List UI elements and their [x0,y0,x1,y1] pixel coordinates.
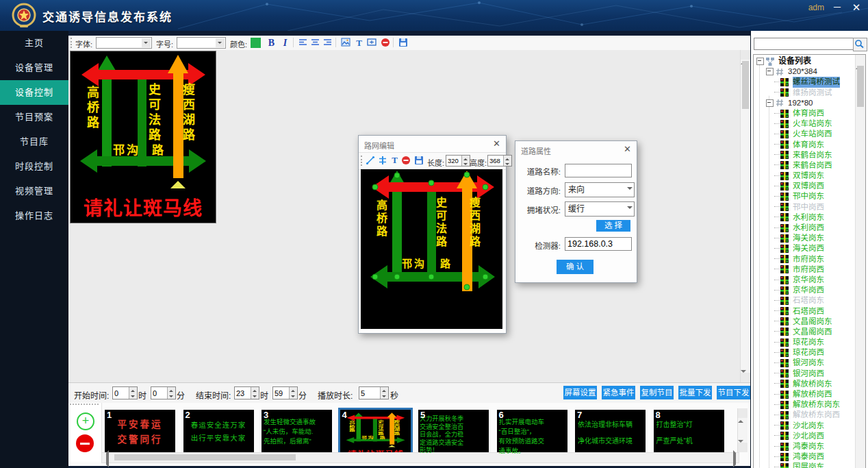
chevron-down-icon[interactable] [627,206,633,212]
dialog-close-icon[interactable]: ✕ [624,144,631,154]
road-icon[interactable] [376,155,388,167]
save-icon[interactable] [413,155,424,167]
minimize-button[interactable]: ─ [831,1,843,12]
sidebar-item[interactable]: 设备控制 [0,80,68,105]
canvas-vertical-scrollbar[interactable] [740,50,750,382]
toolbar-grip[interactable] [71,38,74,48]
scrollbar-thumb[interactable] [114,454,296,460]
chevron-down-icon[interactable] [142,38,151,47]
scroll-left-icon[interactable] [102,453,112,461]
delete-icon[interactable] [400,155,411,167]
tree-device[interactable]: 文昌阁岗西 [754,327,855,337]
select-detector-button[interactable]: 选 择 [596,220,630,232]
playlist-thumb[interactable]: 5大力开展秋冬季交通安全整治百日会战，全力稳定道路交通安全形势！ [418,410,489,458]
congestion-select[interactable]: 缓行 [565,201,635,217]
font-select[interactable] [96,37,152,49]
device-search-input[interactable] [754,38,854,50]
tree-device[interactable]: 解放桥东岗东 [754,399,855,410]
confirm-button[interactable]: 确 认 [557,260,593,274]
insert-image-icon[interactable] [340,37,351,49]
chevron-down-icon[interactable] [627,187,633,193]
height-input[interactable] [488,156,503,166]
tree-device[interactable]: 石塔岗东 [754,295,855,306]
sidebar-item[interactable]: 节目库 [0,130,68,154]
tree-device[interactable]: 京华岗西 [754,285,855,295]
tree-device[interactable]: 海关岗西 [754,243,855,254]
tree-collapse-icon[interactable] [766,99,774,107]
length-input[interactable] [446,156,461,166]
tree-device[interactable]: 解放桥东岗西 [754,410,855,420]
editor-board[interactable]: 高桥路 史可法路 瘦西湖路 邗沟 路 [361,169,502,329]
insert-text-icon[interactable]: T [389,155,400,167]
tree-device[interactable]: 沙北岗东 [754,421,855,431]
tree-scrollbar[interactable] [855,55,865,468]
search-button[interactable] [853,38,867,51]
size-select[interactable] [177,37,226,49]
sidebar-item[interactable]: 主页 [0,31,68,56]
playlist-thumb[interactable]: 3发生轻微交通事故“人未伤，车能动.先拍照，后撤离” [261,410,332,458]
strip-grip[interactable] [70,404,99,407]
italic-button[interactable]: I [279,37,291,49]
length-spinner[interactable] [446,155,470,167]
color-swatch[interactable] [251,38,261,48]
tree-device[interactable]: 银河岗东 [754,358,855,368]
tree-root[interactable]: 设备列表 [754,56,855,66]
schedule-action-button[interactable]: 节目下发 [717,386,750,399]
editor-close-icon[interactable]: ✕ [493,138,500,149]
playlist-thumb[interactable]: 8打击整治“灯严查严处“机 [654,410,724,458]
duration-input[interactable] [359,387,380,399]
tree-device[interactable]: 来鹤台岗东 [754,150,855,160]
tree-device[interactable]: 螺丝湾桥测试 [754,77,855,87]
screen-frame-icon[interactable] [366,37,377,49]
start-hour-spinner[interactable] [112,386,138,399]
playlist-vertical-scrollbar[interactable] [737,408,748,452]
detector-input[interactable] [565,237,632,251]
remove-program-button[interactable] [76,434,94,452]
tree-collapse-icon[interactable] [766,68,774,75]
tree-device[interactable]: 火车站岗西 [754,129,855,139]
tree-device[interactable]: 鸿泰岗东 [754,441,855,452]
sidebar-item[interactable]: 视频管理 [0,179,68,204]
close-button[interactable]: ✕ [850,1,863,14]
tree-device[interactable]: 邗中岗西 [754,202,855,212]
end-minute-input[interactable] [273,387,289,399]
tree-group[interactable]: 192*80 [754,98,855,108]
road-name-input[interactable] [565,164,632,177]
end-hour-spinner[interactable] [234,386,259,399]
tree-device[interactable]: 体育岗西 [754,108,855,119]
scroll-up-icon[interactable] [856,55,865,64]
schedule-action-button[interactable]: 复制节目 [640,386,674,399]
scroll-up-icon[interactable] [741,50,750,60]
tree-device[interactable]: 海关岗东 [754,233,855,243]
tree-device[interactable]: 解放桥岗西 [754,389,855,399]
tree-device[interactable]: 双博岗东 [754,171,855,181]
schedule-action-button[interactable]: 屏幕设置 [563,386,597,399]
add-program-button[interactable]: + [77,412,94,430]
chevron-down-icon[interactable] [216,38,225,47]
tree-device[interactable]: 石塔岗西 [754,306,855,317]
tree-device[interactable]: 解放桥岗东 [754,379,855,389]
bold-button[interactable]: B [266,37,277,49]
sidebar-item[interactable]: 设备管理 [0,56,68,80]
align-right-icon[interactable] [322,37,333,49]
tree-group[interactable]: 320*384 [754,66,855,77]
tree-collapse-icon[interactable] [756,58,764,65]
tree-device[interactable]: 体育岗东 [754,140,855,150]
start-hour-input[interactable] [113,387,129,399]
insert-text-icon[interactable]: T [353,37,365,49]
tree-device[interactable]: 水利岗东 [754,212,855,223]
tree-device[interactable]: 火车站岗东 [754,119,855,129]
tree-device[interactable]: 市府岗西 [754,264,855,275]
delete-icon[interactable] [379,37,391,49]
tree-device[interactable]: 双博岗西 [754,181,855,191]
playlist-thumb[interactable]: 2春运安全连万家出行平安靠大家 [183,410,254,458]
save-icon[interactable] [397,37,409,49]
playlist-thumb[interactable]: 6扎实开展电动车“百日整治”，有效预防道路交通事故。 [497,410,567,458]
tree-device[interactable]: 国展岗东 [754,462,855,468]
tree-device[interactable]: 京华岗东 [754,275,855,285]
tree-device[interactable]: 邗中岗东 [754,191,855,201]
tree-device[interactable]: 沙北岗西 [754,431,855,441]
start-minute-spinner[interactable] [151,386,176,399]
scrollbar-thumb[interactable] [857,66,864,107]
scrollbar-thumb[interactable] [742,61,749,109]
